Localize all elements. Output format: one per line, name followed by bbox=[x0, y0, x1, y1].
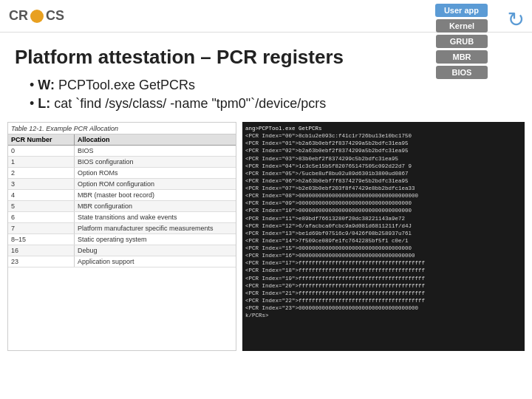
row-pcr-number: 1 bbox=[8, 157, 75, 167]
terminal-line: <PCR Index="13">be1d69bf07516c9/0426f08b… bbox=[245, 230, 522, 237]
bullet-linux: • L: cat `find /sys/class/ -name "tpm0"`… bbox=[30, 96, 517, 112]
terminal-line: <PCR Index="17">ffffffffffffffffffffffff… bbox=[245, 259, 522, 267]
row-pcr-number: 6 bbox=[8, 212, 75, 222]
terminal-output: <PCR Index="00">8cb1u2e093c:f41c1r726bu1… bbox=[245, 132, 522, 319]
row-pcr-number: 7 bbox=[8, 223, 75, 233]
table-row: 2 Option ROMs bbox=[8, 168, 236, 179]
row-pcr-number: 16 bbox=[8, 245, 75, 256]
content-area: Table 12-1. Example PCR Allocation PCR N… bbox=[0, 122, 532, 351]
terminal-panel: ang>PCPTool.exe GetPCRs <PCR Index="00">… bbox=[242, 122, 525, 351]
terminal-line: <PCR Index="21">ffffffffffffffffffffffff… bbox=[245, 290, 522, 297]
logo-cr: CR bbox=[9, 8, 28, 24]
bullet-l-key: L: bbox=[38, 96, 50, 111]
stack-kernel: Kernel bbox=[436, 19, 488, 33]
terminal-line: <PCR Index="03">83b0ebf2f8374299c5b2bdfc… bbox=[245, 155, 522, 163]
terminal-line: <PCR Index="12">6/afacbca0fcbc9a9d081d68… bbox=[245, 222, 522, 230]
terminal-line: <PCR Index="01">b2a63b0ebf2f8374299a5b2b… bbox=[245, 140, 522, 147]
row-alloc-text: BIOS configuration bbox=[75, 157, 236, 167]
row-pcr-number: 0 bbox=[8, 146, 75, 156]
terminal-line: <PCR Index="05">/5ucbe8uf8bu02u89d6301b3… bbox=[245, 170, 522, 177]
table-body: 0 BIOS 1 BIOS configuration 2 Option ROM… bbox=[8, 146, 236, 267]
col-header-pcr: PCR Number bbox=[8, 134, 75, 145]
bullet-w-text: PCPTool.exe GetPCRs bbox=[58, 78, 195, 92]
row-alloc-text: Option ROMs bbox=[75, 168, 236, 178]
logo-circle bbox=[30, 10, 44, 23]
terminal-line: k/PCRs> bbox=[245, 312, 522, 319]
terminal-line: <PCR Index="00">8cb1u2e093c:f41c1r726bu1… bbox=[245, 132, 522, 140]
table-row: 0 BIOS bbox=[8, 146, 236, 157]
table-row: 1 BIOS configuration bbox=[8, 157, 236, 168]
pcr-table-panel: Table 12-1. Example PCR Allocation PCR N… bbox=[7, 122, 236, 351]
terminal-line: <PCR Index="19">ffffffffffffffffffffffff… bbox=[245, 275, 522, 282]
terminal-line: <PCR Index="11">e89bdf76613280f20dc38221… bbox=[245, 215, 522, 222]
table-header: PCR Number Allocation bbox=[8, 134, 236, 146]
terminal-line: <PCR Index="18">ffffffffffffffffffffffff… bbox=[245, 267, 522, 274]
terminal-prompt: ang>PCPTool.exe GetPCRs bbox=[245, 125, 522, 132]
row-alloc-text: Platform manufacturer specific measureme… bbox=[75, 223, 236, 233]
terminal-line: <PCR Index="07">b2e03b0ebf203f8f47429e8b… bbox=[245, 185, 522, 192]
terminal-line: <PCR Index="20">ffffffffffffffffffffffff… bbox=[245, 282, 522, 290]
bullets-section: • W: PCPTool.exe GetPCRs • L: cat `find … bbox=[0, 75, 532, 122]
stack-mbr: MBR bbox=[436, 50, 488, 64]
bullet-l-text: cat `find /sys/class/ -name "tpm0"`/devi… bbox=[54, 96, 326, 111]
table-row: 3 Option ROM configuration bbox=[8, 179, 236, 190]
table-row: 7 Platform manufacturer specific measure… bbox=[8, 223, 236, 234]
terminal-line: <PCR Index="23">000000000000000000000000… bbox=[245, 304, 522, 312]
row-alloc-text: Debug bbox=[75, 245, 236, 256]
bullet-windows: • W: PCPTool.exe GetPCRs bbox=[30, 78, 517, 93]
refresh-icon: ↺ bbox=[508, 7, 525, 32]
logo-cs: CS bbox=[46, 8, 64, 24]
row-alloc-text: Static operating system bbox=[75, 234, 236, 245]
terminal-line: <PCR Index="06">h2a63b0ebf7f8374279e5b2b… bbox=[245, 177, 522, 185]
terminal-line: <PCR Index="08">000000000000000000000000… bbox=[245, 192, 522, 200]
terminal-line: <PCR Index="15">000000000000000000000000… bbox=[245, 245, 522, 252]
row-alloc-text: BIOS bbox=[75, 146, 236, 156]
row-pcr-number: 3 bbox=[8, 179, 75, 189]
terminal-line: <PCR Index="02">b2a63b0ebf2f8374299a5b2b… bbox=[245, 147, 522, 154]
row-pcr-number: 5 bbox=[8, 201, 75, 211]
terminal-line: <PCR Index="16">000000000000000000000000… bbox=[245, 252, 522, 259]
terminal-line: <PCR Index="10">000000000000000000000000… bbox=[245, 207, 522, 214]
row-pcr-number: 2 bbox=[8, 168, 75, 178]
terminal-line: <PCR Index="09">000000000000000000000000… bbox=[245, 200, 522, 207]
table-row: 8–15 Static operating system bbox=[8, 234, 236, 245]
table-row: 6 State transitions and wake events bbox=[8, 212, 236, 223]
logo: CR CS bbox=[9, 8, 64, 24]
row-alloc-text: State transitions and wake events bbox=[75, 212, 236, 222]
bullet-w-key: W: bbox=[38, 78, 55, 92]
table-row: 23 Application support bbox=[8, 256, 236, 267]
table-row: 16 Debug bbox=[8, 245, 236, 256]
stack-bios: BIOS bbox=[436, 66, 488, 79]
row-pcr-number: 8–15 bbox=[8, 234, 75, 245]
table-row: 5 MBR configuration bbox=[8, 201, 236, 212]
stack-grub: GRUB bbox=[436, 35, 488, 48]
row-alloc-text: MBR (master boot record) bbox=[75, 190, 236, 200]
row-alloc-text: Option ROM configuration bbox=[75, 179, 236, 189]
terminal-line: <PCR Index="22">ffffffffffffffffffffffff… bbox=[245, 297, 522, 304]
row-alloc-text: Application support bbox=[75, 256, 236, 267]
row-pcr-number: 23 bbox=[8, 256, 75, 267]
terminal-line: <PCR Index="14">7f509ce089fe1fc7642285bf… bbox=[245, 237, 522, 245]
col-header-alloc: Allocation bbox=[75, 134, 236, 145]
terminal-line: <PCR Index="04">1c3c5e15b5f820765147505c… bbox=[245, 163, 522, 170]
row-pcr-number: 4 bbox=[8, 190, 75, 200]
table-row: 4 MBR (master boot record) bbox=[8, 190, 236, 201]
stack-panel: User app Kernel GRUB MBR BIOS bbox=[435, 4, 488, 79]
stack-user-app: User app bbox=[435, 4, 488, 17]
table-caption: Table 12-1. Example PCR Allocation bbox=[8, 123, 236, 134]
row-alloc-text: MBR configuration bbox=[75, 201, 236, 211]
